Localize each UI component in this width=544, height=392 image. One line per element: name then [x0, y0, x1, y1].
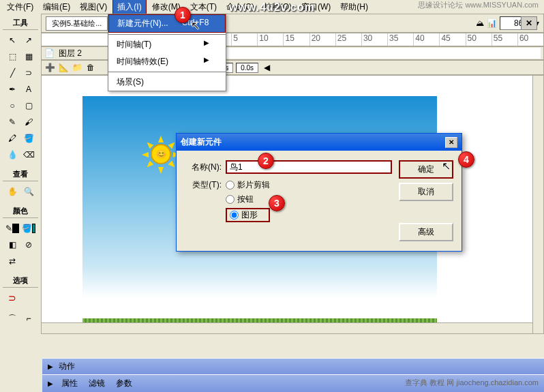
dialog-close-button[interactable]: ✕	[445, 137, 457, 148]
horizontal-scrollbar[interactable]	[42, 322, 532, 333]
ruler-tick: 40	[413, 33, 439, 46]
type-button-radio[interactable]: 按钮	[226, 194, 270, 205]
params-tab[interactable]: 参数	[113, 377, 135, 390]
chevron-right-icon: ▶	[204, 56, 209, 67]
properties-tab[interactable]: 属性	[59, 377, 80, 390]
tools-title: 工具	[3, 16, 38, 30]
ruler-tick: 35	[387, 33, 413, 46]
delete-layer-icon[interactable]: 🗑	[85, 62, 96, 73]
callout-2: 2	[258, 153, 274, 169]
menu-view[interactable]: 视图(V)	[76, 0, 111, 14]
insert-dropdown: 新建元件(N)... Ctrl+F8 时间轴(T)▶ 时间轴特效(E)▶ 场景(…	[108, 14, 226, 91]
menu-help[interactable]: 帮助(H)	[336, 0, 372, 14]
top-right-credit: 思缘设计论坛 www.MISSYUAN.com	[418, 0, 539, 10]
chevron-right-icon: ▶	[204, 39, 209, 50]
options-title: 选项	[3, 274, 38, 288]
scene-icon[interactable]: ⛰	[476, 18, 484, 28]
gradient-tool[interactable]: ▦	[21, 49, 36, 64]
paint-bucket-tool[interactable]: 🪣	[21, 131, 36, 146]
footer-credit: 查字典 教程 网 jiaocheng.chazidian.com	[405, 378, 539, 388]
color-title: 颜色	[3, 205, 38, 218]
symbol-name-input[interactable]	[226, 160, 392, 174]
add-layer-icon[interactable]: ➕	[44, 62, 55, 73]
color-swap[interactable]: ⇄	[5, 254, 20, 269]
menu-edit[interactable]: 编辑(E)	[39, 0, 74, 14]
type-label: 类型(T):	[185, 179, 222, 191]
layer-name[interactable]: 图层 2	[59, 48, 113, 59]
ruler-tick: 30	[361, 33, 387, 46]
dialog-title-text: 创建新元件	[181, 136, 222, 148]
dropdown-new-symbol-label: 新建元件(N)...	[117, 18, 168, 29]
rectangle-tool[interactable]: ▢	[21, 98, 36, 113]
dropdown-timeline-fx[interactable]: 时间轴特效(E)▶	[108, 53, 226, 70]
type-movieclip-radio[interactable]: 影片剪辑	[226, 179, 270, 191]
ruler-tick: 55	[492, 33, 517, 46]
straighten-option[interactable]: ⌐	[21, 311, 36, 326]
smooth-option[interactable]: ⌒	[5, 311, 20, 326]
create-symbol-dialog: 创建新元件 ✕ 名称(N): 类型(T): 影片剪辑 按钮 图形	[176, 133, 462, 252]
actions-label: 动作	[59, 361, 75, 372]
name-label: 名称(N):	[185, 162, 222, 173]
filters-tab[interactable]: 滤镜	[86, 377, 108, 390]
sun-graphic[interactable]: 😊	[144, 137, 178, 171]
ruler-tick: 25	[335, 33, 361, 46]
advanced-button[interactable]: 高级	[399, 223, 453, 241]
cursor-icon: ↖	[442, 160, 451, 172]
text-tool[interactable]: A	[21, 82, 36, 97]
color-black-white[interactable]: ◧	[5, 237, 20, 252]
subselection-tool[interactable]: ↗	[21, 33, 36, 48]
stroke-color[interactable]: ✎	[5, 221, 20, 236]
sun-face-icon: 😊	[151, 144, 171, 164]
ruler-tick: 5	[231, 33, 257, 46]
ruler-tick: 60	[517, 33, 543, 46]
view-title: 查看	[3, 168, 38, 181]
dropdown-new-symbol[interactable]: 新建元件(N)... Ctrl+F8	[108, 14, 226, 33]
watermark-text: www.4u2v.com	[229, 1, 315, 14]
line-tool[interactable]: ╱	[5, 65, 20, 80]
expand-arrow-icon: ▶	[48, 363, 53, 370]
eraser-tool[interactable]: ⌫	[21, 147, 36, 162]
ruler-tick: 15	[283, 33, 309, 46]
ink-bottle-tool[interactable]: 🖍	[5, 131, 20, 146]
hand-tool[interactable]: ✋	[5, 184, 20, 199]
oval-tool[interactable]: ○	[5, 98, 20, 113]
menu-file[interactable]: 文件(F)	[3, 0, 37, 14]
timeline-scroll-left-icon[interactable]: ◀	[264, 63, 270, 72]
vertical-scrollbar[interactable]	[532, 76, 543, 333]
zoom-tool[interactable]: 🔍	[21, 184, 36, 199]
dropdown-timeline[interactable]: 时间轴(T)▶	[108, 36, 226, 53]
add-folder-icon[interactable]: 📁	[72, 62, 82, 73]
lasso-tool[interactable]: ⊃	[21, 65, 36, 80]
tools-panel: 工具 ↖ ↗ ⬚ ▦ ╱ ⊃ ✒ A ○ ▢ ✎ 🖌 🖍 🪣 💧 ⌫ 查看 ✋ …	[0, 14, 41, 382]
callout-3: 3	[269, 195, 285, 211]
cancel-button[interactable]: 取消	[399, 183, 453, 201]
actions-panel-bar[interactable]: ▶ 动作	[42, 358, 544, 374]
free-transform-tool[interactable]: ⬚	[5, 49, 20, 64]
ruler-tick: 45	[439, 33, 465, 46]
window-close-button[interactable]: ✕	[521, 16, 537, 30]
color-none[interactable]: ⊘	[21, 237, 36, 252]
callout-4: 4	[458, 151, 474, 168]
callout-1: 1	[175, 7, 191, 23]
dropdown-separator	[108, 34, 226, 35]
menu-text[interactable]: 文本(T)	[186, 0, 221, 14]
dropdown-scene[interactable]: 场景(S)	[108, 74, 226, 91]
dialog-titlebar[interactable]: 创建新元件 ✕	[177, 134, 462, 151]
ruler-tick: 10	[257, 33, 283, 46]
document-tab[interactable]: 实例5.基础绘...	[46, 16, 108, 31]
ruler-tick: 20	[309, 33, 335, 46]
cursor-icon: ↖	[191, 19, 200, 32]
add-guide-icon[interactable]: 📐	[58, 62, 69, 73]
eyedropper-tool[interactable]: 💧	[5, 147, 20, 162]
selection-tool[interactable]: ↖	[5, 33, 20, 48]
dropdown-separator	[108, 72, 226, 72]
pencil-tool[interactable]: ✎	[5, 115, 20, 130]
expand-arrow-icon: ▶	[48, 380, 53, 387]
pen-tool[interactable]: ✒	[5, 82, 20, 97]
snap-magnet-icon[interactable]: ⊃	[5, 290, 20, 305]
brush-tool[interactable]: 🖌	[21, 115, 36, 130]
menu-insert[interactable]: 插入(I)	[112, 0, 146, 15]
symbol-nav-icon[interactable]: 📊	[487, 18, 497, 28]
type-graphic-radio[interactable]: 图形	[226, 208, 270, 222]
fill-color[interactable]: 🪣	[21, 221, 36, 236]
